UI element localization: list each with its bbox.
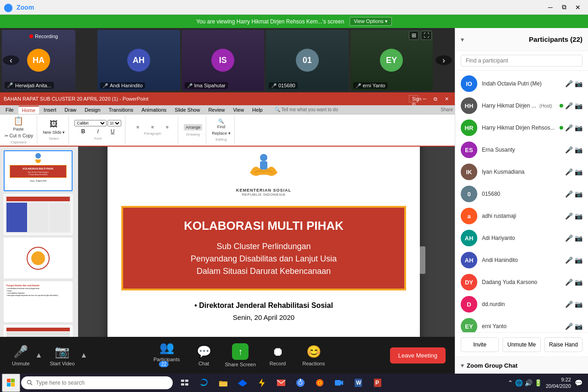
participant-item[interactable]: AH Andi Hanindito 🎤 📷 xyxy=(455,249,588,271)
cut-button[interactable]: ✂ Cut xyxy=(4,133,17,138)
start-video-button[interactable]: 📷 Start Video xyxy=(47,345,77,366)
participant-item[interactable]: ES Erna Susanty 🎤 📷 xyxy=(455,139,588,161)
slide-thumb-2[interactable] xyxy=(4,194,73,235)
ppt-tab-view[interactable]: View xyxy=(229,106,248,114)
ppt-tab-slideshow[interactable]: Slide Show xyxy=(171,106,204,114)
taskbar-search-box[interactable] xyxy=(21,376,173,389)
svg-rect-3 xyxy=(11,379,15,382)
ppt-tab-review[interactable]: Review xyxy=(204,106,228,114)
ppt-minimize-button[interactable]: ─ xyxy=(420,95,429,102)
taskbar-app-powerpoint[interactable]: P xyxy=(368,374,387,392)
tray-volume-icon[interactable]: 🔊 xyxy=(525,379,532,386)
underline-button[interactable]: U xyxy=(106,128,119,135)
gallery-view-button[interactable]: ⊞ xyxy=(409,31,419,40)
participant-item[interactable]: HH Harry Hikmat Dirjen ... (Host) 🎤 📷 xyxy=(455,95,588,117)
invite-button[interactable]: Invite xyxy=(461,337,499,352)
taskbar-app-taskview[interactable] xyxy=(175,374,194,392)
paste-button[interactable]: 📋 Paste xyxy=(11,116,25,131)
ppt-share-btn[interactable]: Share xyxy=(441,107,453,112)
ppt-tab-help[interactable]: Help xyxy=(249,106,266,114)
replace-button[interactable]: Replace ▾ xyxy=(212,131,231,136)
copy-button[interactable]: ⎘ Copy xyxy=(18,133,33,138)
align-center-button[interactable]: ≡ xyxy=(146,125,159,130)
ppt-tab-animations[interactable]: Animations xyxy=(138,106,170,114)
chat-button[interactable]: 💬 Chat xyxy=(194,345,214,366)
record-button[interactable]: ⏺ Record xyxy=(267,345,288,366)
ppt-tab-design[interactable]: Design xyxy=(81,106,104,114)
bold-button[interactable]: B xyxy=(76,128,90,135)
font-size-select[interactable]: 18 xyxy=(107,120,121,126)
scrollbar-thumb[interactable] xyxy=(420,246,425,274)
ppt-tab-file[interactable]: File xyxy=(2,106,17,114)
participant-item[interactable]: HR Harry Hikmat Dirjen Rehsos... 🎤 📷 xyxy=(455,117,588,139)
ppt-close-button[interactable]: ✕ xyxy=(442,95,451,102)
slide-thumb-3[interactable] xyxy=(4,238,73,278)
unmute-me-button[interactable]: Unmute Me xyxy=(503,337,541,352)
taskbar-app-edge[interactable] xyxy=(195,374,213,392)
restore-button[interactable]: ⧉ xyxy=(558,2,571,13)
fullscreen-button[interactable]: ⛶ xyxy=(421,31,432,40)
participant-controls: 🎤 📷 xyxy=(565,256,582,264)
new-slide-button[interactable]: 🖼 New Slide ▾ xyxy=(43,119,65,135)
collapse-button[interactable]: ▾ xyxy=(461,36,464,43)
taskbar-app-zoom[interactable] xyxy=(330,374,348,392)
participant-item[interactable]: IK Iyan Kusmadiana 🎤 📷 xyxy=(455,161,588,183)
participant-item[interactable]: D dd.nurdin 🎤 📷 xyxy=(455,293,588,315)
windows-start-button[interactable] xyxy=(2,374,20,392)
minimize-button[interactable]: ─ xyxy=(544,2,557,13)
video-options-button[interactable]: ▲ xyxy=(79,351,89,359)
participants-search-input[interactable] xyxy=(461,55,582,67)
taskbar-app-firefox[interactable] xyxy=(311,374,329,392)
taskbar-app-lightning[interactable] xyxy=(253,374,271,392)
chat-collapse-button[interactable]: ▾ xyxy=(461,362,464,369)
taskbar-app-word[interactable]: W xyxy=(349,374,368,392)
participant-item[interactable]: AH Adi Hariyanto 🎤 📷 xyxy=(455,227,588,249)
mic-options-button[interactable]: ▲ xyxy=(34,351,44,359)
ppt-tab-home[interactable]: Home xyxy=(18,106,39,114)
ppt-tab-insert[interactable]: Insert xyxy=(40,106,60,114)
arrange-button[interactable]: Arrange xyxy=(184,124,202,131)
share-screen-button[interactable]: ↑ Share Screen xyxy=(225,343,256,367)
taskbar-app-chrome[interactable] xyxy=(291,374,310,392)
participant-item[interactable]: IO Indah Octavia Putri (Me) 🎤 📷 xyxy=(455,73,588,95)
ppt-tab-transitions[interactable]: Transitions xyxy=(105,106,137,114)
participant-item[interactable]: DY Dadang Yuda Karsono 🎤 📷 xyxy=(455,271,588,293)
ppt-restore-button[interactable]: ⧉ xyxy=(431,95,440,102)
chat-section[interactable]: ▾ Zoom Group Chat xyxy=(455,357,588,374)
slide-thumb-5[interactable] xyxy=(4,325,73,337)
participants-button[interactable]: 👥 Participants 22 xyxy=(151,341,182,370)
tray-show-hidden[interactable]: ⌃ xyxy=(508,379,513,386)
tray-notification-icon[interactable]: 💬 xyxy=(575,379,582,386)
ppt-tell-me[interactable]: 🔍 Tell me what you want to do xyxy=(275,107,338,112)
taskbar-app-dropbox[interactable] xyxy=(233,374,252,392)
align-right-button[interactable]: ≡ xyxy=(160,125,174,130)
participant-item[interactable]: EY erni Yanto 🎤 📷 xyxy=(455,315,588,332)
unmute-button[interactable]: 🎤 Unmute xyxy=(9,345,33,366)
participant-item[interactable]: 0 015680 🎤 📷 xyxy=(455,183,588,205)
reactions-button[interactable]: 😊 Reactions xyxy=(300,345,328,366)
tray-network-icon[interactable]: 🌐 xyxy=(515,379,523,386)
participant-item[interactable]: a adhi rustamaji 🎤 📷 xyxy=(455,205,588,227)
close-button[interactable]: ✕ xyxy=(571,2,584,13)
italic-button[interactable]: I xyxy=(91,128,105,135)
align-left-button[interactable]: ≡ xyxy=(131,125,145,130)
slide-thumb-4[interactable]: Fungsi klaster dan sub-klaster • memfasi… xyxy=(4,281,73,322)
video-prev-button[interactable]: ‹ xyxy=(3,56,19,65)
self-avatar: HA xyxy=(27,49,50,72)
raise-hand-button[interactable]: Raise Hand xyxy=(544,337,582,352)
taskbar-app-explorer[interactable] xyxy=(214,374,232,392)
taskbar-app-mail[interactable] xyxy=(272,374,290,392)
ppt-tab-draw[interactable]: Draw xyxy=(61,106,80,114)
find-button[interactable]: 🔍 Find xyxy=(214,119,228,129)
participant-mic-button: 🎤 xyxy=(565,190,573,198)
participant-avatar: 0 xyxy=(461,186,477,202)
video-next-button[interactable]: › xyxy=(435,56,452,65)
taskbar-search-input[interactable] xyxy=(36,380,167,386)
font-family-select[interactable]: Calibri xyxy=(74,120,107,126)
slide-thumb-1[interactable]: KOLABORASI MULTI PIHAK Sub Cluster Perli… xyxy=(4,150,73,191)
view-options-button[interactable]: View Options ▾ xyxy=(350,17,392,26)
leave-meeting-button[interactable]: Leave Meeting xyxy=(390,347,446,364)
tray-battery-icon[interactable]: 🔋 xyxy=(534,379,542,386)
participant-avatar: IS xyxy=(211,49,234,72)
ppt-signin-button[interactable]: Sign in xyxy=(409,95,418,102)
